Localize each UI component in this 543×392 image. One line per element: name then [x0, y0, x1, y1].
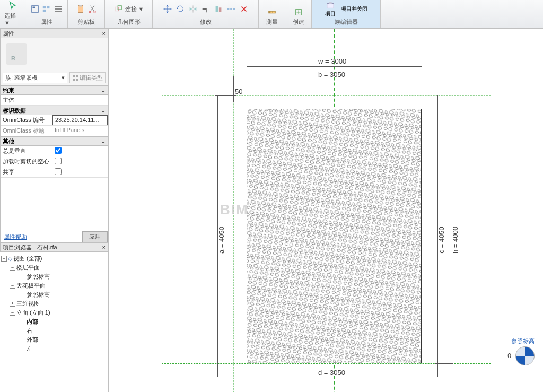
dim-50: 50 — [235, 88, 242, 95]
measure-icon[interactable] — [267, 7, 277, 17]
svg-rect-6 — [79, 5, 82, 7]
svg-text:R: R — [11, 55, 15, 62]
tree-interior[interactable]: 内部 — [1, 317, 107, 326]
svg-rect-5 — [78, 6, 83, 13]
svg-rect-27 — [247, 109, 421, 363]
delete-icon[interactable] — [239, 4, 249, 14]
svg-rect-15 — [233, 8, 235, 10]
move-icon[interactable] — [163, 4, 172, 14]
svg-rect-18 — [327, 3, 334, 8]
svg-rect-14 — [230, 8, 232, 10]
orientation-icon[interactable] — [515, 346, 535, 365]
drawing-canvas[interactable]: w = 3000 b = 3050 50 a = 4050 c = 4050 h… — [108, 29, 543, 392]
svg-rect-12 — [218, 7, 221, 12]
shared-checkbox[interactable] — [55, 168, 62, 175]
apply-button[interactable]: 应用 — [82, 231, 108, 242]
select-icon[interactable] — [8, 1, 17, 11]
load-close-button[interactable]: 项目并关闭 — [339, 4, 370, 14]
level-zero: 0 — [507, 352, 511, 360]
ribbon: 选择 ▼ 属性 剪贴板 连接 ▼ 几何图形 修 — [0, 0, 543, 29]
properties-icon[interactable] — [30, 4, 40, 14]
project-browser-tree: −◇视图 (全部) −楼层平面 参照标高 −天花板平面 参照标高 +三维视图 −… — [0, 252, 108, 355]
svg-rect-1 — [32, 7, 35, 8]
prop-row-shared[interactable]: 共享 — [1, 167, 108, 178]
dim-c: c = 4050 — [437, 227, 445, 253]
svg-rect-9 — [115, 7, 118, 11]
prop-row-void-cut[interactable]: 加载时剪切的空心 — [1, 156, 108, 167]
tree-exterior[interactable]: 外部 — [1, 335, 107, 344]
panel-rectangle — [247, 109, 422, 363]
list-icon[interactable] — [54, 4, 63, 14]
prop-row-always-vertical[interactable]: 总是垂直 — [1, 146, 108, 156]
view-indicator[interactable]: 参照标高 0 — [507, 337, 535, 365]
tree-elevations[interactable]: −立面 (立面 1) — [1, 308, 107, 317]
dim-d: d = 3050 — [318, 369, 345, 377]
project-browser-header[interactable]: 项目浏览器 - 石材.rfa × — [0, 242, 108, 252]
svg-rect-3 — [47, 6, 49, 9]
modify-label: 修改 — [200, 18, 212, 27]
connect-text[interactable]: 连接 ▼ — [125, 5, 144, 13]
svg-rect-11 — [215, 6, 218, 12]
tree-views[interactable]: −◇视图 (全部) — [1, 254, 107, 263]
drawing: w = 3000 b = 3050 50 a = 4050 c = 4050 h… — [141, 40, 522, 390]
identity-section[interactable]: 标识数据⌄ — [1, 106, 108, 115]
dim-a: a = 4050 — [217, 227, 225, 254]
align-icon[interactable] — [214, 4, 223, 14]
chevron-down-icon: ▾ — [62, 74, 65, 81]
create-label: 创建 — [293, 18, 304, 27]
svg-rect-24 — [73, 79, 75, 81]
dim-b: b = 3050 — [318, 71, 345, 79]
always-vertical-checkbox[interactable] — [55, 147, 62, 154]
load-project-button[interactable]: 项目 — [323, 0, 338, 19]
dim-h: h = 4000 — [451, 227, 459, 254]
paste-icon[interactable] — [76, 4, 85, 14]
other-section[interactable]: 其他⌄ — [1, 136, 108, 146]
constraint-section[interactable]: 约束⌄ — [1, 85, 108, 95]
close-icon[interactable]: × — [102, 244, 106, 250]
tree-right[interactable]: 右 — [1, 326, 107, 335]
edit-type-button[interactable]: 编辑类型 — [69, 72, 106, 83]
svg-point-8 — [93, 11, 95, 13]
left-column: 属性 × R 族: 幕墙嵌板 ▾ 编辑类型 约束⌄ 主体 标识数据⌄ OmniC… — [0, 29, 108, 392]
clipboard-label: 剪贴板 — [77, 18, 95, 27]
family-types-icon[interactable] — [42, 4, 51, 14]
tree-ceiling-plans[interactable]: −天花板平面 — [1, 281, 107, 290]
type-preview-icon: R — [1, 38, 108, 70]
svg-rect-22 — [73, 75, 75, 77]
measure-label: 测量 — [266, 18, 278, 27]
family-type-selector[interactable]: 族: 幕墙嵌板 ▾ — [3, 73, 67, 83]
svg-rect-19 — [329, 2, 331, 4]
create-icon[interactable] — [294, 7, 303, 17]
svg-rect-10 — [118, 6, 121, 10]
trim-icon[interactable] — [201, 4, 211, 14]
properties-help-link[interactable]: 属性帮助 — [1, 231, 30, 242]
prop-row-host[interactable]: 主体 — [1, 95, 108, 106]
geometry-label: 几何图形 — [117, 18, 141, 27]
prop-row-omni-number[interactable]: OmniClass 编号23.25.20.14.11... — [1, 115, 108, 126]
fameditor-label: 族编辑器 — [335, 18, 358, 27]
void-cut-checkbox[interactable] — [55, 158, 62, 164]
cut-icon[interactable] — [87, 4, 97, 14]
mirror-icon[interactable] — [188, 4, 198, 14]
tree-left[interactable]: 左 — [1, 344, 107, 353]
svg-rect-20 — [6, 43, 27, 65]
select-label[interactable]: 选择 ▼ — [4, 12, 21, 27]
properties-panel-header[interactable]: 属性 × — [0, 29, 108, 38]
array-icon[interactable] — [226, 4, 236, 14]
tree-3d-views[interactable]: +三维视图 — [1, 299, 107, 308]
reference-level-label: 参照标高 — [507, 337, 535, 345]
svg-rect-4 — [42, 10, 45, 12]
tree-ref-level-2[interactable]: 参照标高 — [1, 290, 107, 299]
svg-point-7 — [89, 11, 91, 13]
join-icon[interactable] — [113, 4, 123, 14]
tree-floor-plans[interactable]: −楼层平面 — [1, 263, 107, 272]
dim-w: w = 3000 — [318, 57, 346, 65]
prop-row-omni-title: OmniClass 标题Infill Panels — [1, 126, 108, 136]
close-icon[interactable]: × — [102, 30, 106, 37]
rotate-icon[interactable] — [176, 4, 185, 14]
grid-icon — [72, 75, 78, 81]
project-icon — [326, 1, 335, 10]
watermark: BIM — [220, 202, 249, 218]
tree-ref-level-1[interactable]: 参照标高 — [1, 272, 107, 281]
svg-rect-2 — [42, 6, 45, 9]
